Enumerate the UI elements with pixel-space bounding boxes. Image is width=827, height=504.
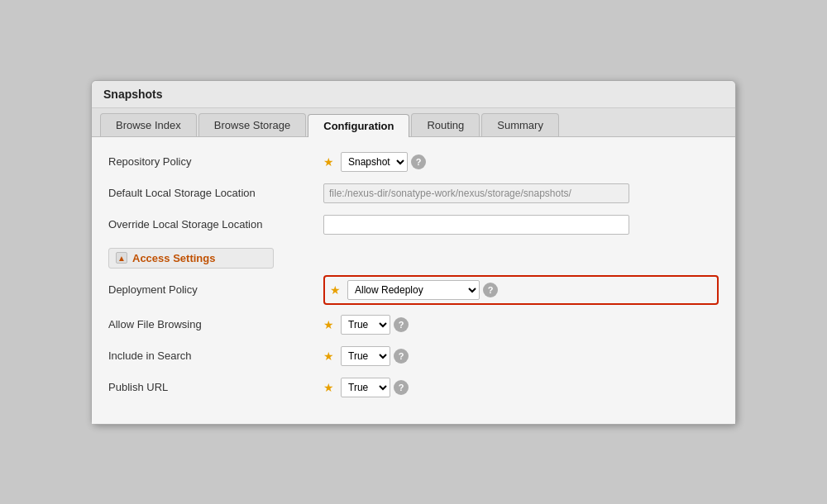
publish-url-help[interactable]: ?: [394, 380, 409, 395]
tab-configuration[interactable]: Configuration: [308, 114, 409, 137]
publish-url-row: Publish URL ★ True False ?: [108, 376, 719, 399]
tab-content: Repository Policy ★ Snapshot Release Mix…: [92, 137, 735, 424]
default-local-storage-label: Default Local Storage Location: [108, 187, 323, 199]
tab-summary[interactable]: Summary: [481, 113, 559, 136]
allow-file-browsing-star-icon: ★: [323, 318, 334, 331]
tab-bar: Browse Index Browse Storage Configuratio…: [92, 108, 735, 137]
repository-policy-value: ★ Snapshot Release Mixed ?: [323, 152, 719, 172]
include-in-search-star-icon: ★: [323, 349, 334, 363]
deployment-policy-value: ★ Allow Redeploy Disable Redeploy Read O…: [323, 275, 719, 305]
allow-file-browsing-value: ★ True False ?: [323, 315, 719, 335]
repository-policy-label: Repository Policy: [108, 155, 323, 168]
main-panel: Snapshots Browse Index Browse Storage Co…: [91, 80, 736, 425]
allow-file-browsing-row: Allow File Browsing ★ True False ?: [108, 313, 719, 336]
deployment-policy-row: Deployment Policy ★ Allow Redeploy Disab…: [108, 275, 719, 305]
override-local-storage-label: Override Local Storage Location: [108, 218, 323, 231]
override-local-storage-input[interactable]: [323, 215, 629, 235]
include-in-search-row: Include in Search ★ True False ?: [108, 345, 719, 368]
include-in-search-select[interactable]: True False: [341, 346, 390, 366]
default-local-storage-input: [323, 183, 629, 203]
publish-url-value: ★ True False ?: [323, 378, 719, 397]
star-icon: ★: [323, 155, 334, 169]
include-in-search-label: Include in Search: [108, 349, 323, 362]
tab-browse-storage[interactable]: Browse Storage: [198, 113, 307, 136]
include-in-search-help[interactable]: ?: [394, 349, 409, 364]
access-settings-header: ▲ Access Settings: [108, 248, 274, 269]
tab-browse-index[interactable]: Browse Index: [100, 113, 197, 136]
access-settings-label: Access Settings: [132, 252, 215, 264]
default-local-storage-value: [323, 183, 719, 203]
include-in-search-value: ★ True False ?: [323, 346, 719, 366]
access-settings-toggle[interactable]: ▲: [116, 252, 127, 264]
publish-url-label: Publish URL: [108, 381, 323, 393]
panel-title: Snapshots: [92, 81, 735, 108]
deployment-policy-label: Deployment Policy: [108, 283, 323, 296]
tab-routing[interactable]: Routing: [411, 113, 480, 136]
repository-policy-select[interactable]: Snapshot Release Mixed: [341, 152, 408, 172]
deployment-policy-help[interactable]: ?: [483, 283, 498, 297]
allow-file-browsing-label: Allow File Browsing: [108, 318, 323, 330]
repository-policy-help[interactable]: ?: [411, 155, 426, 169]
publish-url-select[interactable]: True False: [341, 378, 390, 397]
default-local-storage-row: Default Local Storage Location: [108, 182, 719, 205]
deployment-star-icon: ★: [330, 283, 341, 297]
repository-policy-row: Repository Policy ★ Snapshot Release Mix…: [108, 150, 719, 174]
allow-file-browsing-help[interactable]: ?: [394, 317, 409, 332]
publish-url-star-icon: ★: [323, 381, 334, 394]
override-local-storage-row: Override Local Storage Location: [108, 213, 719, 236]
override-local-storage-value: [323, 215, 719, 235]
allow-file-browsing-select[interactable]: True False: [341, 315, 390, 335]
deployment-policy-select[interactable]: Allow Redeploy Disable Redeploy Read Onl…: [347, 280, 480, 300]
